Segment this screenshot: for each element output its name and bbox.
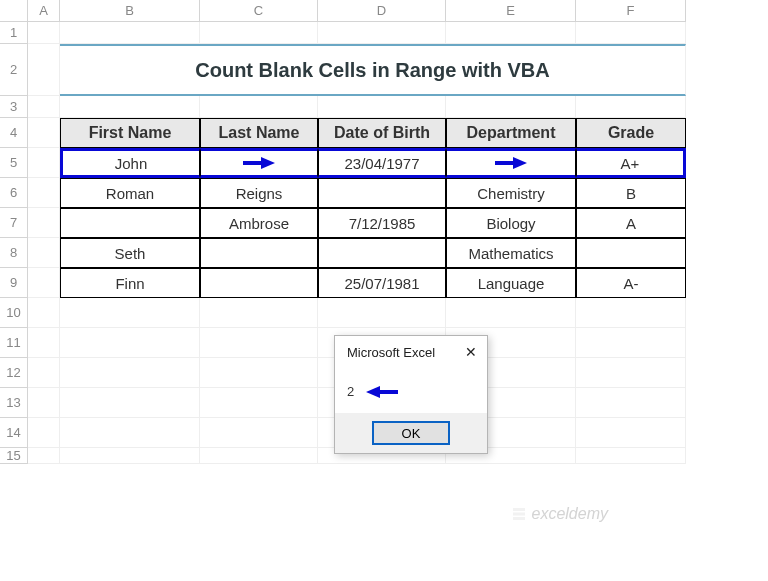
- row-header-12[interactable]: 12: [0, 358, 28, 388]
- cell-e7[interactable]: Biology: [446, 208, 576, 238]
- cell-d8[interactable]: [318, 238, 446, 268]
- cell-f8[interactable]: [576, 238, 686, 268]
- sheet-title[interactable]: Count Blank Cells in Range with VBA: [60, 44, 686, 96]
- cell-b9[interactable]: Finn: [60, 268, 200, 298]
- cell-f15[interactable]: [576, 448, 686, 464]
- cell-e1[interactable]: [446, 22, 576, 44]
- cell-b13[interactable]: [60, 388, 200, 418]
- cell-a3[interactable]: [28, 96, 60, 118]
- cell-a13[interactable]: [28, 388, 60, 418]
- header-grade[interactable]: Grade: [576, 118, 686, 148]
- cell-d10[interactable]: [318, 298, 446, 328]
- cell-a9[interactable]: [28, 268, 60, 298]
- cell-a7[interactable]: [28, 208, 60, 238]
- cell-e3[interactable]: [446, 96, 576, 118]
- cell-f5[interactable]: A+: [576, 148, 686, 178]
- cell-c11[interactable]: [200, 328, 318, 358]
- cell-d5[interactable]: 23/04/1977: [318, 148, 446, 178]
- col-header-f[interactable]: F: [576, 0, 686, 22]
- cell-b14[interactable]: [60, 418, 200, 448]
- cell-a1[interactable]: [28, 22, 60, 44]
- cell-e6[interactable]: Chemistry: [446, 178, 576, 208]
- cell-e8[interactable]: Mathematics: [446, 238, 576, 268]
- cell-a10[interactable]: [28, 298, 60, 328]
- cell-d6[interactable]: [318, 178, 446, 208]
- cell-c12[interactable]: [200, 358, 318, 388]
- row-header-9[interactable]: 9: [0, 268, 28, 298]
- cell-e10[interactable]: [446, 298, 576, 328]
- cell-c15[interactable]: [200, 448, 318, 464]
- row-header-7[interactable]: 7: [0, 208, 28, 238]
- cell-a4[interactable]: [28, 118, 60, 148]
- row-header-3[interactable]: 3: [0, 96, 28, 118]
- cell-c10[interactable]: [200, 298, 318, 328]
- cell-a11[interactable]: [28, 328, 60, 358]
- cell-c7[interactable]: Ambrose: [200, 208, 318, 238]
- cell-c14[interactable]: [200, 418, 318, 448]
- row-header-5[interactable]: 5: [0, 148, 28, 178]
- cell-f14[interactable]: [576, 418, 686, 448]
- cell-e9[interactable]: Language: [446, 268, 576, 298]
- cell-d7[interactable]: 7/12/1985: [318, 208, 446, 238]
- cell-c8[interactable]: [200, 238, 318, 268]
- cell-f3[interactable]: [576, 96, 686, 118]
- cell-a2[interactable]: [28, 44, 60, 96]
- cell-b15[interactable]: [60, 448, 200, 464]
- cell-c5[interactable]: [200, 148, 318, 178]
- row-header-15[interactable]: 15: [0, 448, 28, 464]
- cell-f13[interactable]: [576, 388, 686, 418]
- cell-e5[interactable]: [446, 148, 576, 178]
- row-header-14[interactable]: 14: [0, 418, 28, 448]
- row-header-2[interactable]: 2: [0, 44, 28, 96]
- col-header-c[interactable]: C: [200, 0, 318, 22]
- row-header-6[interactable]: 6: [0, 178, 28, 208]
- cell-f7[interactable]: A: [576, 208, 686, 238]
- col-header-d[interactable]: D: [318, 0, 446, 22]
- cell-a15[interactable]: [28, 448, 60, 464]
- cell-b1[interactable]: [60, 22, 200, 44]
- cell-c1[interactable]: [200, 22, 318, 44]
- cell-f12[interactable]: [576, 358, 686, 388]
- row-header-10[interactable]: 10: [0, 298, 28, 328]
- cell-f11[interactable]: [576, 328, 686, 358]
- ok-button[interactable]: OK: [372, 421, 450, 445]
- cell-b5[interactable]: John: [60, 148, 200, 178]
- header-dob[interactable]: Date of Birth: [318, 118, 446, 148]
- cell-c9[interactable]: [200, 268, 318, 298]
- cell-c13[interactable]: [200, 388, 318, 418]
- cell-b6[interactable]: Roman: [60, 178, 200, 208]
- cell-f10[interactable]: [576, 298, 686, 328]
- cell-f1[interactable]: [576, 22, 686, 44]
- cell-d1[interactable]: [318, 22, 446, 44]
- row-header-4[interactable]: 4: [0, 118, 28, 148]
- cell-a8[interactable]: [28, 238, 60, 268]
- col-header-b[interactable]: B: [60, 0, 200, 22]
- cell-f6[interactable]: B: [576, 178, 686, 208]
- row-header-13[interactable]: 13: [0, 388, 28, 418]
- col-header-e[interactable]: E: [446, 0, 576, 22]
- cell-a14[interactable]: [28, 418, 60, 448]
- cell-a5[interactable]: [28, 148, 60, 178]
- cell-b7[interactable]: [60, 208, 200, 238]
- close-icon[interactable]: ✕: [465, 344, 477, 360]
- cell-d3[interactable]: [318, 96, 446, 118]
- cell-b8[interactable]: Seth: [60, 238, 200, 268]
- dialog-titlebar[interactable]: Microsoft Excel ✕: [335, 336, 487, 364]
- select-all-corner[interactable]: [0, 0, 28, 22]
- header-last-name[interactable]: Last Name: [200, 118, 318, 148]
- row-header-8[interactable]: 8: [0, 238, 28, 268]
- cell-a12[interactable]: [28, 358, 60, 388]
- header-first-name[interactable]: First Name: [60, 118, 200, 148]
- cell-f9[interactable]: A-: [576, 268, 686, 298]
- cell-c3[interactable]: [200, 96, 318, 118]
- cell-b10[interactable]: [60, 298, 200, 328]
- row-header-1[interactable]: 1: [0, 22, 28, 44]
- cell-c6[interactable]: Reigns: [200, 178, 318, 208]
- header-department[interactable]: Department: [446, 118, 576, 148]
- cell-b11[interactable]: [60, 328, 200, 358]
- cell-a6[interactable]: [28, 178, 60, 208]
- col-header-a[interactable]: A: [28, 0, 60, 22]
- cell-b3[interactable]: [60, 96, 200, 118]
- row-header-11[interactable]: 11: [0, 328, 28, 358]
- cell-d9[interactable]: 25/07/1981: [318, 268, 446, 298]
